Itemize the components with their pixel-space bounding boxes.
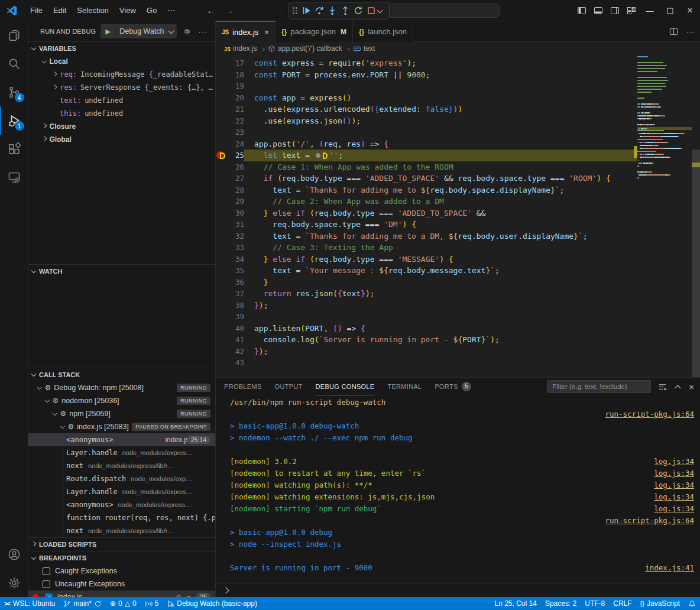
close-tab-icon[interactable]: × [264, 28, 269, 37]
gutter-glyph[interactable] [216, 346, 228, 358]
nav-forward-icon[interactable]: → [225, 5, 234, 15]
panel-tab-terminal[interactable]: TERMINAL [387, 378, 422, 395]
debug-session-row[interactable]: ⚙npm [25059]RUNNING [28, 407, 215, 420]
close-panel-icon[interactable]: × [689, 382, 694, 392]
menu-edit[interactable]: Edit [48, 4, 72, 18]
toolbar-drag-handle-icon[interactable] [293, 7, 297, 14]
gutter-glyph[interactable] [216, 196, 228, 207]
menu-file[interactable]: File [25, 4, 48, 18]
gutter-glyph[interactable] [216, 231, 228, 242]
code-text[interactable]: app.post('/', (req, res) => { [244, 138, 637, 150]
minimize-button[interactable]: — [640, 0, 660, 21]
views-more-actions-icon[interactable]: ··· [199, 27, 208, 36]
code-text[interactable]: let text = ''; [244, 150, 637, 161]
toggle-panel-icon[interactable] [590, 2, 607, 19]
scrollbar-thumb[interactable] [692, 150, 700, 377]
code-text[interactable]: } else if (req.body.type === 'ADDED_TO_S… [244, 207, 637, 219]
stop-dropdown-icon[interactable] [377, 7, 383, 13]
console-source-link[interactable]: run-script-pkg.js:64 [605, 515, 694, 527]
code-text[interactable] [244, 357, 637, 369]
code-text[interactable] [244, 311, 637, 323]
status-language-mode[interactable]: {}JavaScript [636, 597, 684, 610]
panel-tab-debug-console[interactable]: DEBUG CONSOLE [316, 378, 375, 395]
call-stack-header[interactable]: CALL STACK [28, 368, 215, 381]
console-source-link[interactable]: log.js:34 [654, 491, 694, 503]
breakpoint-row-uncaught-exceptions[interactable]: Uncaught Exceptions [28, 577, 215, 590]
clear-console-icon[interactable] [658, 382, 667, 391]
gutter-glyph[interactable] [216, 357, 228, 369]
debug-console-input[interactable] [216, 583, 700, 597]
code-text[interactable]: const app = express() [244, 92, 637, 104]
code-text[interactable]: // Case 2: When App was added to a DM [244, 196, 637, 207]
variable-row[interactable]: req:IncomingMessage {_readableState: … [28, 68, 215, 81]
stack-frame-row[interactable]: nextnode_modules/express/lib/rout… [28, 524, 215, 537]
gutter-glyph[interactable] [216, 277, 228, 288]
gutter-glyph[interactable] [216, 265, 228, 277]
code-text[interactable]: return res.json({text}); [244, 288, 637, 300]
breadcrumb-item[interactable]: text [353, 44, 375, 53]
tab-package.json[interactable]: {}package.jsonM [276, 21, 353, 42]
status-debug-session[interactable]: Debug Watch (basic-app) [163, 597, 261, 610]
status-indentation[interactable]: Spaces: 2 [541, 597, 581, 610]
gutter-glyph[interactable] [216, 69, 228, 81]
status-problems[interactable]: ⊗0△0 [106, 597, 141, 610]
gutter-glyph[interactable] [216, 323, 228, 335]
gutter-glyph[interactable] [216, 103, 228, 115]
debug-session-row[interactable]: ⚙Debug Watch: npm [25008]RUNNING [28, 381, 215, 394]
gutter-glyph[interactable] [216, 161, 228, 173]
variable-row[interactable]: res:ServerResponse {_events: {…}, _ev… [28, 81, 215, 94]
status-encoding[interactable]: UTF-8 [581, 597, 609, 610]
gutter-glyph[interactable] [216, 242, 228, 254]
status-remote-indicator[interactable]: ><WSL: Ubuntu [0, 597, 59, 610]
debug-stop-button[interactable] [365, 4, 378, 18]
gutter-glyph[interactable] [216, 57, 228, 69]
debug-session-row[interactable]: ⚙nodemon [25036]RUNNING [28, 394, 215, 407]
code-text[interactable] [244, 80, 637, 92]
panel-tab-ports[interactable]: PORTS5 [435, 378, 471, 395]
activity-run-debug[interactable]: 1 [0, 106, 28, 135]
console-source-link[interactable]: log.js:34 [654, 479, 694, 491]
stack-frame-row[interactable]: function router(req, res, next) {.pr… [28, 511, 215, 524]
breadcrumb-item[interactable]: app.post('/') callback [268, 44, 342, 53]
console-source-link[interactable]: index.js:41 [645, 562, 694, 574]
stack-frame-row[interactable]: <anonymous>index.js25:14 [28, 433, 215, 446]
split-editor-icon[interactable] [669, 27, 678, 36]
code-text[interactable]: const PORT = process.env.PORT || 9000; [244, 69, 637, 81]
gutter-glyph[interactable] [216, 126, 228, 138]
breakpoint-row-index.js[interactable]: ✓index.js×25 [28, 590, 215, 597]
debug-step-over-button[interactable] [313, 4, 326, 18]
code-text[interactable]: app.listen(PORT, () => { [244, 323, 637, 335]
code-text[interactable] [244, 126, 637, 138]
status-notifications-bell[interactable] [684, 597, 700, 610]
activity-accounts[interactable] [0, 540, 28, 569]
code-text[interactable]: console.log(`Server is running in port -… [244, 334, 637, 346]
breakpoint-checkbox[interactable] [43, 580, 50, 588]
gutter-glyph[interactable] [216, 219, 228, 231]
gutter-glyph[interactable] [216, 288, 228, 300]
debug-step-out-button[interactable] [339, 4, 352, 18]
maximize-button[interactable] [660, 0, 680, 21]
stack-frame-row[interactable]: nextnode_modules/express/lib/rout… [28, 459, 215, 472]
minimap[interactable] [637, 55, 692, 377]
variables-header[interactable]: VARIABLES [28, 42, 215, 55]
gutter-glyph[interactable] [216, 254, 228, 265]
stack-frame-row[interactable]: Route.dispatchnode_modules/exp… [28, 472, 215, 485]
nav-back-icon[interactable]: ← [206, 5, 215, 15]
remove-breakpoint-icon[interactable]: × [187, 593, 192, 598]
activity-remote-explorer[interactable] [0, 163, 28, 192]
customize-layout-icon[interactable] [623, 2, 640, 19]
gutter-glyph[interactable] [216, 311, 228, 323]
toggle-sidebar-icon[interactable] [573, 2, 590, 19]
gutter-glyph[interactable] [216, 92, 228, 104]
console-source-link[interactable]: log.js:34 [654, 456, 694, 468]
maximize-panel-icon[interactable] [674, 383, 682, 391]
code-text[interactable]: // Case 3: Texting the App [244, 242, 637, 254]
breakpoint-row-caught-exceptions[interactable]: Caught Exceptions [28, 564, 215, 577]
variables-scope-closure[interactable]: Closure [28, 120, 215, 133]
activity-source-control[interactable]: 4 [0, 78, 28, 106]
variables-scope-local[interactable]: Local [28, 55, 215, 68]
breakpoints-header[interactable]: BREAKPOINTS [28, 551, 215, 564]
debug-restart-button[interactable] [352, 4, 365, 18]
debug-session-row[interactable]: ⚙index.js [25083]PAUSED ON BREAKPOINT [28, 420, 215, 433]
code-text[interactable]: const express = require('express'); [244, 57, 637, 69]
